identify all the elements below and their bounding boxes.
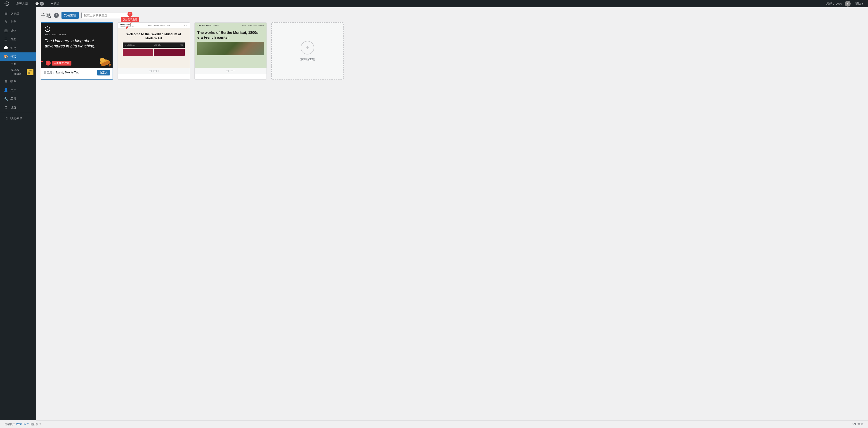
settings-icon: ⚙ bbox=[4, 105, 8, 110]
sidebar-separator bbox=[0, 113, 36, 113]
sidebar-label-collapse: 收起菜单 bbox=[10, 116, 22, 120]
sidebar-label-settings: 设置 bbox=[10, 105, 16, 109]
users-icon: 👤 bbox=[4, 88, 8, 93]
theme-footer-tt2: 已启用： Twenty Twenty-Two 自定义 bbox=[41, 68, 113, 77]
new-post-item[interactable]: + 新建 bbox=[49, 0, 61, 7]
page-footer: 感谢使用 WordPress 进行创作。 5.9.2版本 bbox=[0, 420, 868, 428]
search-themes-input[interactable] bbox=[81, 12, 131, 18]
sidebar-item-media[interactable]: ▤ 媒体 bbox=[0, 27, 36, 35]
admin-bar: 鹿鸣九章 💬 0 + 新建 您好， yoyo Y 帮助 ▾ bbox=[0, 0, 868, 7]
sidebar-item-users[interactable]: 👤 用户 bbox=[0, 86, 36, 95]
tt2-nav: About Birds All Posts bbox=[45, 34, 109, 36]
sidebar-item-appearance[interactable]: 🎨 外观 bbox=[0, 53, 36, 61]
page-header: 主题 3 安装主题 bbox=[41, 12, 864, 19]
sidebar-item-pages[interactable]: ☰ 页面 bbox=[0, 35, 36, 44]
theme-card-tt2[interactable]: ∞ About Birds All Posts The Hatchery: a … bbox=[41, 22, 113, 79]
wp-logo-icon bbox=[4, 1, 9, 6]
greeting-text: 您好， yoyo bbox=[826, 2, 842, 6]
theme-caption-tt: 二〇二〇 bbox=[118, 68, 190, 74]
theme-caption-tt1: 二〇二一 bbox=[195, 68, 267, 74]
add-theme-card[interactable]: + 添加新主题 bbox=[271, 22, 344, 79]
tt-info-bar: ADDRESS 123 Storgatan, Umeå OPEN TODAY 9… bbox=[123, 42, 185, 48]
pages-icon: ☰ bbox=[4, 37, 8, 42]
tt1-header: TWENTY TWENTY-ONE ABOUT WORK BLOG CONTAC… bbox=[195, 23, 267, 28]
footer-make-text: 进行创作。 bbox=[30, 423, 44, 426]
appearance-icon: 🎨 bbox=[4, 54, 8, 59]
sidebar-label-plugins: 插件 bbox=[10, 79, 16, 84]
install-theme-button[interactable]: 安装主题 bbox=[61, 12, 79, 19]
footer-thanks: 感谢使用 bbox=[4, 423, 16, 426]
sidebar-item-collapse[interactable]: ◁ 收起菜单 bbox=[0, 114, 36, 123]
tt-header: Twenty Twenty The Default Theme for 2020… bbox=[118, 23, 190, 29]
theme-screenshot-tt: Twenty Twenty The Default Theme for 2020… bbox=[118, 23, 190, 68]
sidebar-label-posts: 文章 bbox=[10, 20, 16, 24]
callout-1-text: 点击外观-主题 bbox=[52, 61, 71, 66]
active-label: 已启用： bbox=[44, 71, 55, 74]
sidebar-label-comments: 评论 bbox=[10, 46, 16, 50]
sidebar-label-dashboard: 仪表盘 bbox=[10, 11, 19, 15]
dashboard-icon: ⊞ bbox=[4, 11, 8, 16]
tt-dots-icon: ··· bbox=[184, 24, 185, 27]
sidebar-label-users: 用户 bbox=[10, 88, 16, 92]
footer-wordpress-link[interactable]: WordPress bbox=[16, 423, 29, 426]
theme-name-tt2: Twenty Twenty-Two bbox=[56, 71, 79, 74]
tt-images bbox=[123, 49, 185, 56]
help-item[interactable]: 帮助 ▾ bbox=[853, 0, 865, 7]
tt2-title: The Hatchery: a blog about adventures in… bbox=[45, 38, 109, 49]
site-name-text: 鹿鸣九章 bbox=[16, 2, 28, 6]
themes-grid: ∞ About Birds All Posts The Hatchery: a … bbox=[41, 22, 864, 79]
sidebar-label-media: 媒体 bbox=[10, 29, 16, 33]
add-plus-icon: + bbox=[301, 41, 314, 55]
beta-badge: beta版 bbox=[27, 69, 33, 75]
theme-card-tt[interactable]: Twenty Twenty The Default Theme for 2020… bbox=[118, 22, 190, 79]
submenu-item-editor[interactable]: 编辑器（beta版） beta版 bbox=[0, 67, 36, 77]
media-icon: ▤ bbox=[4, 28, 8, 33]
posts-icon: ✎ bbox=[4, 20, 8, 24]
user-avatar[interactable]: Y bbox=[845, 1, 850, 6]
callout-1-container: 1 点击外观-主题 bbox=[46, 61, 71, 66]
sidebar-label-tools: 工具 bbox=[10, 97, 16, 101]
theme-card-tt1[interactable]: TWENTY TWENTY-ONE ABOUT WORK BLOG CONTAC… bbox=[194, 22, 267, 79]
theme-count-badge: 3 bbox=[54, 13, 59, 18]
site-name-item[interactable]: 鹿鸣九章 bbox=[14, 0, 30, 7]
page-title: 主题 bbox=[41, 12, 51, 19]
tt2-logo: ∞ bbox=[45, 27, 109, 32]
add-theme-label: 添加新主题 bbox=[300, 57, 315, 61]
tt-content: Welcome to the Swedish Museum of Modern … bbox=[118, 29, 190, 59]
comment-icon: 💬 bbox=[35, 2, 39, 5]
tt2-bird-illustration bbox=[94, 52, 113, 68]
wp-logo-item[interactable] bbox=[3, 0, 11, 7]
tools-icon: 🔧 bbox=[4, 96, 8, 101]
footer-version: 5.9.2版本 bbox=[852, 422, 864, 426]
sidebar-item-tools[interactable]: 🔧 工具 bbox=[0, 95, 36, 103]
sidebar-item-dashboard[interactable]: ⊞ 仪表盘 bbox=[0, 9, 36, 18]
theme-screenshot-tt1: TWENTY TWENTY-ONE ABOUT WORK BLOG CONTAC… bbox=[195, 23, 267, 68]
svg-point-3 bbox=[100, 58, 103, 60]
sidebar-item-posts[interactable]: ✎ 文章 bbox=[0, 18, 36, 26]
comment-count-badge: 0 bbox=[40, 2, 44, 6]
customize-button-tt2[interactable]: 自定义 bbox=[97, 70, 110, 75]
main-content: 主题 3 安装主题 2 点击安装主题 bbox=[36, 7, 868, 428]
sidebar-item-plugins[interactable]: ⊕ 插件 bbox=[0, 77, 36, 86]
tt1-painting bbox=[197, 42, 264, 55]
tt1-main-title: The works of Berthe Morisot, 1800s-era F… bbox=[197, 31, 264, 40]
sidebar-item-settings[interactable]: ⚙ 设置 bbox=[0, 103, 36, 112]
collapse-icon: ◁ bbox=[4, 116, 8, 121]
sidebar: ⊞ 仪表盘 ✎ 文章 ▤ 媒体 ☰ 页面 💬 评论 🎨 外观 主题 编辑器（be… bbox=[0, 7, 36, 428]
tt-main-title: Welcome to the Swedish Museum of Modern … bbox=[121, 32, 186, 40]
sidebar-label-appearance: 外观 bbox=[10, 55, 16, 59]
tt1-content: The works of Berthe Morisot, 1800s-era F… bbox=[195, 28, 267, 58]
tt-search-icon: ⌕ bbox=[186, 24, 187, 27]
sidebar-item-comments[interactable]: 💬 评论 bbox=[0, 44, 36, 53]
comment-count-item[interactable]: 💬 0 bbox=[33, 0, 46, 7]
submenu-item-themes[interactable]: 主题 bbox=[0, 61, 36, 67]
callout-1-badge: 1 bbox=[46, 61, 51, 66]
tt2-logo-mark: ∞ bbox=[45, 27, 50, 32]
plugins-icon: ⊕ bbox=[4, 79, 8, 84]
new-post-label: + 新建 bbox=[51, 2, 59, 6]
sidebar-label-pages: 页面 bbox=[10, 37, 16, 41]
comments-icon: 💬 bbox=[4, 46, 8, 51]
